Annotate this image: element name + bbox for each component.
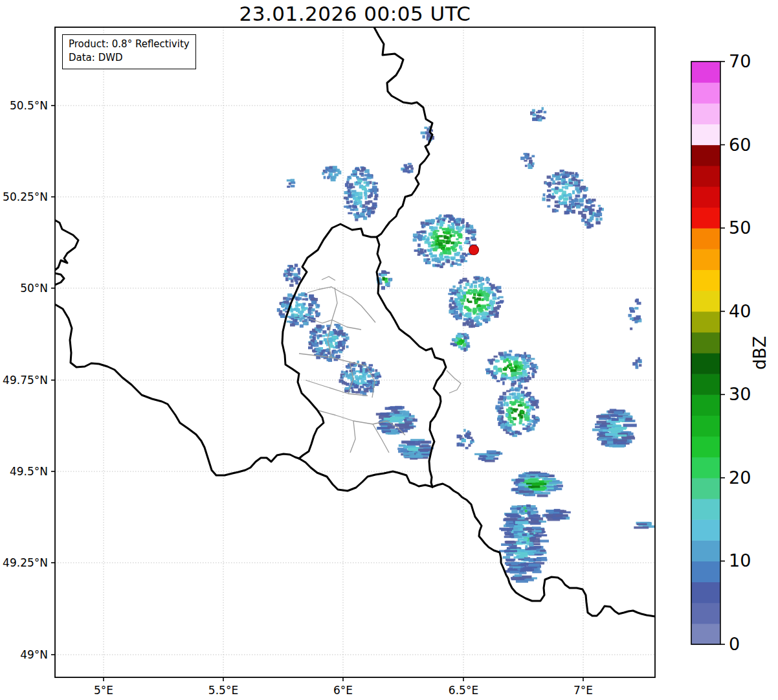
graticule-gridlines xyxy=(55,27,655,677)
colorbar-ticks xyxy=(720,62,725,644)
svg-text:5.5°E: 5.5°E xyxy=(208,684,238,697)
svg-text:6.5°E: 6.5°E xyxy=(449,684,478,697)
svg-text:49.5°N: 49.5°N xyxy=(10,465,48,478)
svg-text:50: 50 xyxy=(729,218,751,238)
svg-text:6°E: 6°E xyxy=(333,684,353,697)
border-france-belgium xyxy=(55,304,299,475)
radar-figure: 23.01.2026 00:05 UTC xyxy=(0,0,778,700)
admin-district-borders xyxy=(299,277,461,453)
svg-text:49.75°N: 49.75°N xyxy=(3,374,48,387)
colorbar-tick-labels: 010203040506070 xyxy=(729,51,751,654)
svg-text:50.5°N: 50.5°N xyxy=(10,99,48,112)
product-info-box: Product: 0.8° Reflectivity Data: DWD xyxy=(62,34,196,69)
svg-text:49°N: 49°N xyxy=(20,648,48,661)
y-axis-labels: 50.5°N50.25°N50°N49.75°N49.5°N49.25°N49°… xyxy=(3,99,48,661)
svg-text:30: 30 xyxy=(729,384,751,404)
radar-map-canvas: 5°E5.5°E6°E6.5°E7°E 50.5°N50.25°N50°N49.… xyxy=(0,0,778,700)
svg-text:40: 40 xyxy=(729,301,751,321)
svg-text:70: 70 xyxy=(729,51,751,71)
svg-text:60: 60 xyxy=(729,135,751,155)
colorbar-segments xyxy=(691,62,720,645)
data-source-line: Data: DWD xyxy=(69,51,190,65)
radar-site-marker xyxy=(469,245,479,255)
svg-text:49.25°N: 49.25°N xyxy=(3,556,48,569)
country-borders xyxy=(55,27,655,616)
colorbar-axis-label: dBZ xyxy=(750,336,770,370)
x-axis-labels: 5°E5.5°E6°E6.5°E7°E xyxy=(94,684,593,697)
svg-text:50.25°N: 50.25°N xyxy=(3,190,48,203)
svg-text:20: 20 xyxy=(729,468,751,488)
svg-text:10: 10 xyxy=(729,550,751,570)
product-line: Product: 0.8° Reflectivity xyxy=(69,38,190,51)
svg-text:0: 0 xyxy=(729,634,740,654)
svg-text:7°E: 7°E xyxy=(573,684,593,697)
border-france-belgium-nw xyxy=(55,220,78,270)
border-luxembourg-south xyxy=(299,458,432,491)
plot-frame xyxy=(55,27,655,677)
radar-echo-layer xyxy=(277,107,657,583)
svg-text:5°E: 5°E xyxy=(94,684,113,697)
border-france-belgium-nw2 xyxy=(55,273,64,285)
svg-text:50°N: 50°N xyxy=(20,282,48,295)
